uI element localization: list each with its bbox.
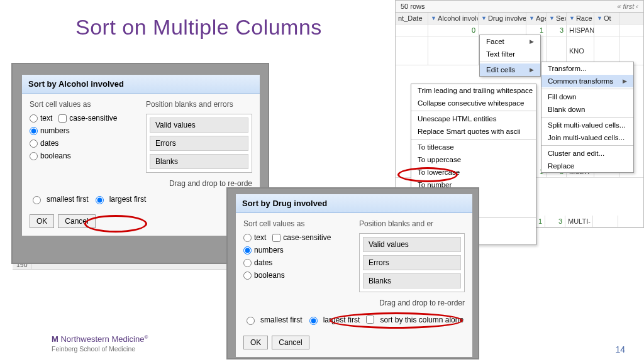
menu-lowercase[interactable]: To lowercase: [411, 166, 536, 178]
col-header[interactable]: ▼Race: [567, 13, 594, 24]
grid-pager: 50 rows « first ‹: [396, 1, 643, 13]
ok-button[interactable]: OK: [30, 214, 54, 228]
pos-errors[interactable]: Errors: [363, 255, 461, 270]
chevron-right-icon: ▶: [623, 78, 627, 84]
radio-booleans[interactable]: booleans: [243, 271, 349, 280]
menu-filldown[interactable]: Fill down: [541, 90, 633, 103]
menu-trim[interactable]: Trim leading and trailing whitespace: [411, 84, 536, 97]
col-header[interactable]: ▼Ot: [594, 13, 619, 24]
menu-uppercase[interactable]: To uppercase: [411, 153, 536, 166]
label-largest: largest first: [323, 315, 360, 324]
dropdown-icon[interactable]: ▼: [597, 15, 602, 21]
order-row: smallest first largest first sort by thi…: [236, 310, 472, 332]
label-largest: largest first: [109, 195, 147, 204]
menu-editcells[interactable]: Edit cells▶: [480, 63, 540, 76]
pos-valid[interactable]: Valid values: [150, 118, 248, 133]
menu-unescape[interactable]: Unescape HTML entities: [411, 112, 536, 125]
cancel-button[interactable]: Cancel: [272, 336, 309, 349]
radio-booleans[interactable]: booleans: [30, 151, 136, 160]
sort-dialog-drug: Sort by Drug involved Sort cell values a…: [235, 194, 473, 358]
check-sort-alone[interactable]: [366, 315, 374, 324]
pager-links[interactable]: « first ‹: [617, 3, 638, 10]
brand-line1: Northwestern Medicine: [60, 334, 144, 344]
menu-common-transforms[interactable]: Common transforms▶: [541, 75, 633, 87]
dropdown-icon[interactable]: ▼: [569, 15, 575, 21]
position-list[interactable]: Valid values Errors Blanks: [146, 114, 252, 173]
radio-text[interactable]: text case-sensitive: [243, 233, 349, 242]
menu-titlecase[interactable]: To titlecase: [411, 141, 536, 153]
col-header[interactable]: ▼Age: [526, 13, 547, 24]
column-context-menu[interactable]: Facet▶ Text filter Edit cells▶: [479, 35, 541, 77]
radio-numbers[interactable]: numbers: [30, 126, 136, 135]
radio-smallest[interactable]: [247, 317, 255, 325]
chevron-right-icon: ▶: [530, 38, 534, 45]
column-headers: nt_Date ▼Alcohol involve ▼Drug involved …: [396, 13, 643, 25]
position-list[interactable]: Valid values Errors Blanks: [359, 233, 465, 292]
radio-smallest[interactable]: [33, 196, 41, 204]
menu-replace[interactable]: Replace: [541, 160, 633, 172]
dropdown-icon[interactable]: ▼: [431, 15, 436, 21]
pos-valid[interactable]: Valid values: [363, 237, 461, 252]
menu-join[interactable]: Join multi-valued cells...: [541, 131, 633, 144]
menu-split[interactable]: Split multi-valued cells...: [541, 119, 633, 131]
position-label: Position blanks and errors: [146, 100, 252, 109]
menu-transform[interactable]: Transform...: [541, 62, 633, 75]
menu-collapse[interactable]: Collapse consecutive whitespace: [411, 97, 536, 109]
dialog-title: Sort by Alcohol involved: [22, 75, 260, 94]
dropdown-icon[interactable]: ▼: [549, 15, 555, 21]
brand-line2: Feinberg School of Medicine: [52, 345, 135, 353]
brand-footer: M Northwestern Medicine® Feinberg School…: [52, 335, 148, 353]
radio-dates[interactable]: dates: [243, 258, 349, 267]
col-header[interactable]: ▼Alcohol involve: [428, 13, 479, 24]
col-header[interactable]: ▼Sex: [547, 13, 567, 24]
radio-text[interactable]: text case-sensitive: [30, 114, 136, 123]
menu-facet[interactable]: Facet▶: [480, 35, 540, 48]
menu-cluster[interactable]: Cluster and edit...: [541, 147, 633, 160]
pos-errors[interactable]: Errors: [150, 136, 248, 151]
sort-type-label: Sort cell values as: [243, 219, 349, 228]
rows-count: 50 rows: [401, 3, 425, 10]
drag-hint: Drag and drop to re-orde: [22, 179, 260, 190]
menu-blankdown[interactable]: Blank down: [541, 103, 633, 116]
radio-largest[interactable]: [96, 196, 104, 204]
menu-smartquotes[interactable]: Replace Smart quotes with ascii: [411, 125, 536, 138]
order-row: smallest first largest first: [22, 190, 260, 211]
pos-blanks[interactable]: Blanks: [363, 273, 461, 288]
sort-type-label: Sort cell values as: [30, 100, 136, 109]
dropdown-icon[interactable]: ▼: [481, 15, 487, 21]
menu-textfilter[interactable]: Text filter: [480, 48, 540, 60]
label-smallest: smallest first: [260, 315, 303, 324]
ok-button[interactable]: OK: [243, 336, 268, 349]
radio-numbers[interactable]: numbers: [243, 246, 349, 255]
label-smallest: smallest first: [47, 195, 89, 204]
label-sort-alone: sort by this column alone: [380, 315, 464, 324]
cancel-button[interactable]: Cancel: [58, 214, 95, 228]
sort-dialog-alcohol: Sort by Alcohol involved Sort cell value…: [21, 74, 260, 236]
drag-hint: Drag and drop to re-order: [236, 299, 472, 310]
radio-dates[interactable]: dates: [30, 139, 136, 148]
page-number: 14: [615, 344, 625, 354]
dropdown-icon[interactable]: ▼: [529, 15, 535, 21]
col-header[interactable]: nt_Date: [396, 13, 428, 24]
col-header[interactable]: ▼Drug involved: [479, 13, 526, 24]
chevron-right-icon: ▶: [530, 67, 534, 73]
slide-title: Sort on Multiple Columns: [75, 15, 322, 40]
pos-blanks[interactable]: Blanks: [150, 154, 248, 169]
editcells-submenu[interactable]: Transform... Common transforms▶ Fill dow…: [541, 62, 634, 173]
radio-largest[interactable]: [309, 317, 318, 325]
dialog-title: Sort by Drug involved: [236, 194, 472, 213]
position-label: Position blanks and er: [359, 219, 465, 228]
